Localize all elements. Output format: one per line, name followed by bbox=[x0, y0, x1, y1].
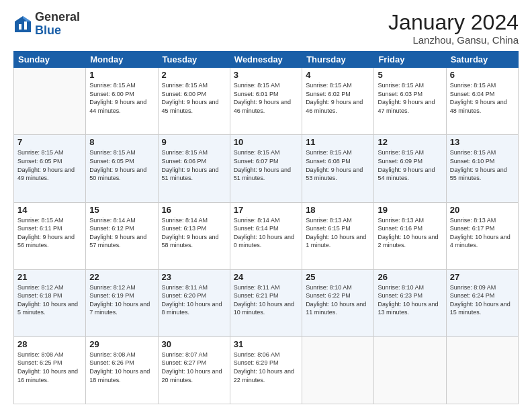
daylight-text: Daylight: 9 hours and 53 minutes. bbox=[306, 166, 370, 183]
day-number: 14 bbox=[17, 205, 82, 215]
table-row bbox=[14, 68, 86, 135]
logo: General Blue bbox=[13, 11, 80, 38]
day-number: 16 bbox=[162, 205, 226, 215]
sunset-text: Sunset: 6:01 PM bbox=[234, 90, 298, 99]
day-info: Sunrise: 8:08 AMSunset: 6:25 PMDaylight:… bbox=[17, 351, 82, 384]
col-tuesday: Tuesday bbox=[158, 52, 230, 68]
calendar-week-1: 1Sunrise: 8:15 AMSunset: 6:00 PMDaylight… bbox=[14, 68, 519, 135]
daylight-text: Daylight: 9 hours and 55 minutes. bbox=[450, 166, 515, 183]
day-number: 1 bbox=[89, 70, 154, 80]
col-monday: Monday bbox=[86, 52, 158, 68]
day-info: Sunrise: 8:09 AMSunset: 6:24 PMDaylight:… bbox=[450, 283, 515, 317]
sunrise-text: Sunrise: 8:13 AM bbox=[450, 216, 515, 225]
table-row: 7Sunrise: 8:15 AMSunset: 6:05 PMDaylight… bbox=[14, 135, 86, 202]
day-number: 17 bbox=[234, 205, 298, 215]
table-row: 19Sunrise: 8:13 AMSunset: 6:16 PMDayligh… bbox=[374, 202, 446, 269]
day-info: Sunrise: 8:15 AMSunset: 6:05 PMDaylight:… bbox=[17, 148, 82, 182]
calendar-week-4: 21Sunrise: 8:12 AMSunset: 6:18 PMDayligh… bbox=[14, 269, 519, 336]
sunrise-text: Sunrise: 8:11 AM bbox=[162, 283, 226, 292]
daylight-text: Daylight: 10 hours and 16 minutes. bbox=[17, 367, 82, 384]
day-number: 13 bbox=[450, 137, 515, 147]
sunset-text: Sunset: 6:24 PM bbox=[450, 291, 515, 300]
day-number: 31 bbox=[234, 339, 298, 349]
table-row: 16Sunrise: 8:14 AMSunset: 6:13 PMDayligh… bbox=[158, 202, 230, 269]
day-info: Sunrise: 8:11 AMSunset: 6:21 PMDaylight:… bbox=[234, 283, 298, 317]
daylight-text: Daylight: 10 hours and 11 minutes. bbox=[306, 300, 370, 317]
svg-rect-2 bbox=[19, 24, 21, 30]
sunrise-text: Sunrise: 8:15 AM bbox=[17, 216, 82, 225]
day-info: Sunrise: 8:15 AMSunset: 6:11 PMDaylight:… bbox=[17, 216, 82, 250]
table-row bbox=[302, 336, 374, 404]
day-number: 28 bbox=[17, 339, 82, 349]
calendar-week-5: 28Sunrise: 8:08 AMSunset: 6:25 PMDayligh… bbox=[14, 336, 519, 404]
sunset-text: Sunset: 6:00 PM bbox=[162, 90, 226, 99]
sunset-text: Sunset: 6:14 PM bbox=[234, 224, 298, 233]
daylight-text: Daylight: 10 hours and 10 minutes. bbox=[234, 300, 298, 317]
day-info: Sunrise: 8:13 AMSunset: 6:15 PMDaylight:… bbox=[306, 216, 370, 250]
day-info: Sunrise: 8:15 AMSunset: 6:09 PMDaylight:… bbox=[378, 148, 442, 182]
day-info: Sunrise: 8:06 AMSunset: 6:29 PMDaylight:… bbox=[234, 351, 298, 384]
daylight-text: Daylight: 10 hours and 4 minutes. bbox=[450, 233, 515, 250]
sunrise-text: Sunrise: 8:15 AM bbox=[450, 81, 515, 90]
day-number: 7 bbox=[17, 137, 82, 147]
sunset-text: Sunset: 6:29 PM bbox=[234, 359, 298, 367]
sunset-text: Sunset: 6:23 PM bbox=[378, 291, 442, 300]
day-number: 25 bbox=[306, 272, 370, 282]
table-row: 23Sunrise: 8:11 AMSunset: 6:20 PMDayligh… bbox=[158, 269, 230, 336]
table-row: 2Sunrise: 8:15 AMSunset: 6:00 PMDaylight… bbox=[158, 68, 230, 135]
calendar-table: Sunday Monday Tuesday Wednesday Thursday… bbox=[13, 51, 519, 404]
day-info: Sunrise: 8:08 AMSunset: 6:26 PMDaylight:… bbox=[89, 351, 154, 384]
daylight-text: Daylight: 9 hours and 49 minutes. bbox=[17, 166, 82, 183]
sunrise-text: Sunrise: 8:08 AM bbox=[89, 351, 154, 359]
daylight-text: Daylight: 9 hours and 47 minutes. bbox=[378, 98, 442, 115]
sunset-text: Sunset: 6:07 PM bbox=[234, 157, 298, 166]
day-number: 9 bbox=[162, 137, 226, 147]
sunrise-text: Sunrise: 8:10 AM bbox=[306, 283, 370, 292]
day-number: 22 bbox=[89, 272, 154, 282]
daylight-text: Daylight: 10 hours and 2 minutes. bbox=[378, 233, 442, 250]
day-info: Sunrise: 8:12 AMSunset: 6:18 PMDaylight:… bbox=[17, 283, 82, 317]
table-row: 15Sunrise: 8:14 AMSunset: 6:12 PMDayligh… bbox=[86, 202, 158, 269]
day-info: Sunrise: 8:10 AMSunset: 6:23 PMDaylight:… bbox=[378, 283, 442, 317]
day-number: 11 bbox=[306, 137, 370, 147]
sunset-text: Sunset: 6:20 PM bbox=[162, 291, 226, 300]
sunset-text: Sunset: 6:02 PM bbox=[306, 90, 370, 99]
day-info: Sunrise: 8:12 AMSunset: 6:19 PMDaylight:… bbox=[89, 283, 154, 317]
sunrise-text: Sunrise: 8:15 AM bbox=[234, 148, 298, 157]
sunrise-text: Sunrise: 8:14 AM bbox=[234, 216, 298, 225]
sunset-text: Sunset: 6:03 PM bbox=[378, 90, 442, 99]
day-number: 19 bbox=[378, 205, 442, 215]
table-row: 31Sunrise: 8:06 AMSunset: 6:29 PMDayligh… bbox=[230, 336, 302, 404]
sunrise-text: Sunrise: 8:15 AM bbox=[306, 81, 370, 90]
day-info: Sunrise: 8:14 AMSunset: 6:14 PMDaylight:… bbox=[234, 216, 298, 250]
table-row: 4Sunrise: 8:15 AMSunset: 6:02 PMDaylight… bbox=[302, 68, 374, 135]
table-row bbox=[446, 336, 518, 404]
day-number: 27 bbox=[450, 272, 515, 282]
table-row: 25Sunrise: 8:10 AMSunset: 6:22 PMDayligh… bbox=[302, 269, 374, 336]
sunrise-text: Sunrise: 8:14 AM bbox=[89, 216, 154, 225]
daylight-text: Daylight: 9 hours and 54 minutes. bbox=[378, 166, 442, 183]
table-row: 13Sunrise: 8:15 AMSunset: 6:10 PMDayligh… bbox=[446, 135, 518, 202]
sunrise-text: Sunrise: 8:13 AM bbox=[378, 216, 442, 225]
table-row: 28Sunrise: 8:08 AMSunset: 6:25 PMDayligh… bbox=[14, 336, 86, 404]
logo-general: General bbox=[35, 10, 80, 24]
day-number: 18 bbox=[306, 205, 370, 215]
daylight-text: Daylight: 9 hours and 56 minutes. bbox=[17, 233, 82, 250]
calendar-week-3: 14Sunrise: 8:15 AMSunset: 6:11 PMDayligh… bbox=[14, 202, 519, 269]
daylight-text: Daylight: 9 hours and 57 minutes. bbox=[89, 233, 154, 250]
day-info: Sunrise: 8:15 AMSunset: 6:00 PMDaylight:… bbox=[89, 81, 154, 115]
daylight-text: Daylight: 10 hours and 5 minutes. bbox=[17, 300, 82, 317]
logo-blue: Blue bbox=[35, 24, 61, 37]
day-info: Sunrise: 8:15 AMSunset: 6:02 PMDaylight:… bbox=[306, 81, 370, 115]
col-friday: Friday bbox=[374, 52, 446, 68]
sunset-text: Sunset: 6:05 PM bbox=[17, 157, 82, 166]
sunrise-text: Sunrise: 8:15 AM bbox=[378, 81, 442, 90]
table-row: 27Sunrise: 8:09 AMSunset: 6:24 PMDayligh… bbox=[446, 269, 518, 336]
sunrise-text: Sunrise: 8:07 AM bbox=[162, 351, 226, 359]
table-row: 12Sunrise: 8:15 AMSunset: 6:09 PMDayligh… bbox=[374, 135, 446, 202]
table-row: 30Sunrise: 8:07 AMSunset: 6:27 PMDayligh… bbox=[158, 336, 230, 404]
day-number: 15 bbox=[89, 205, 154, 215]
sunrise-text: Sunrise: 8:09 AM bbox=[450, 283, 515, 292]
sunrise-text: Sunrise: 8:15 AM bbox=[17, 148, 82, 157]
daylight-text: Daylight: 10 hours and 18 minutes. bbox=[89, 367, 154, 384]
